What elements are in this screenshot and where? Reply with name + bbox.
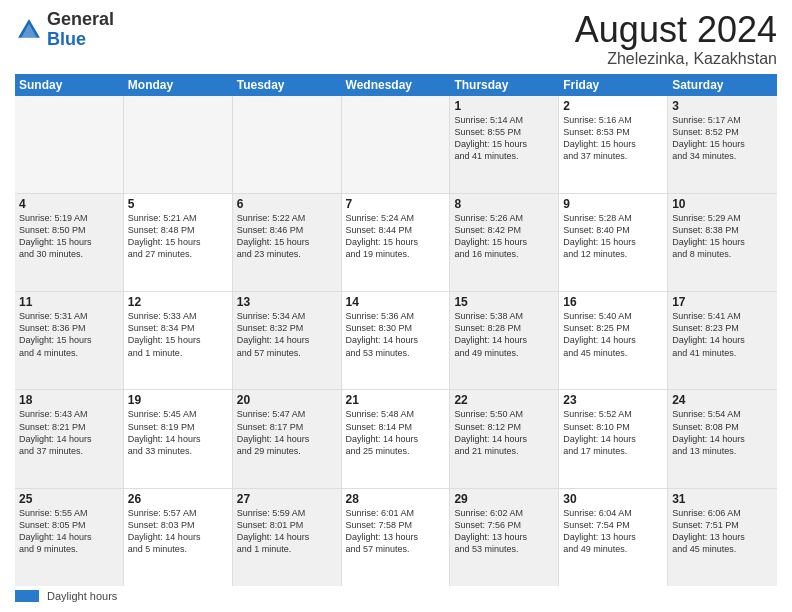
day-number: 17 (672, 295, 773, 309)
day-number: 4 (19, 197, 119, 211)
day-info: Sunrise: 6:02 AM Sunset: 7:56 PM Dayligh… (454, 507, 554, 556)
day-number: 8 (454, 197, 554, 211)
footer: Daylight hours (15, 590, 777, 602)
day-info: Sunrise: 5:28 AM Sunset: 8:40 PM Dayligh… (563, 212, 663, 261)
day-cell-14: 14Sunrise: 5:36 AM Sunset: 8:30 PM Dayli… (342, 292, 451, 389)
day-info: Sunrise: 5:59 AM Sunset: 8:01 PM Dayligh… (237, 507, 337, 556)
day-cell-20: 20Sunrise: 5:47 AM Sunset: 8:17 PM Dayli… (233, 390, 342, 487)
calendar-week-1: 1Sunrise: 5:14 AM Sunset: 8:55 PM Daylig… (15, 96, 777, 194)
day-cell-6: 6Sunrise: 5:22 AM Sunset: 8:46 PM Daylig… (233, 194, 342, 291)
day-info: Sunrise: 5:22 AM Sunset: 8:46 PM Dayligh… (237, 212, 337, 261)
day-number: 14 (346, 295, 446, 309)
day-cell-11: 11Sunrise: 5:31 AM Sunset: 8:36 PM Dayli… (15, 292, 124, 389)
day-header-monday: Monday (124, 74, 233, 96)
day-cell-26: 26Sunrise: 5:57 AM Sunset: 8:03 PM Dayli… (124, 489, 233, 586)
day-number: 20 (237, 393, 337, 407)
day-number: 3 (672, 99, 773, 113)
day-info: Sunrise: 5:38 AM Sunset: 8:28 PM Dayligh… (454, 310, 554, 359)
day-info: Sunrise: 5:19 AM Sunset: 8:50 PM Dayligh… (19, 212, 119, 261)
day-cell-1: 1Sunrise: 5:14 AM Sunset: 8:55 PM Daylig… (450, 96, 559, 193)
day-number: 31 (672, 492, 773, 506)
title-block: August 2024 Zhelezinka, Kazakhstan (575, 10, 777, 68)
day-cell-12: 12Sunrise: 5:33 AM Sunset: 8:34 PM Dayli… (124, 292, 233, 389)
day-info: Sunrise: 5:47 AM Sunset: 8:17 PM Dayligh… (237, 408, 337, 457)
calendar-body: 1Sunrise: 5:14 AM Sunset: 8:55 PM Daylig… (15, 96, 777, 586)
day-number: 26 (128, 492, 228, 506)
day-header-friday: Friday (559, 74, 668, 96)
logo-text: General Blue (47, 10, 114, 50)
day-info: Sunrise: 5:17 AM Sunset: 8:52 PM Dayligh… (672, 114, 773, 163)
day-number: 22 (454, 393, 554, 407)
day-info: Sunrise: 5:26 AM Sunset: 8:42 PM Dayligh… (454, 212, 554, 261)
day-info: Sunrise: 5:33 AM Sunset: 8:34 PM Dayligh… (128, 310, 228, 359)
day-cell-23: 23Sunrise: 5:52 AM Sunset: 8:10 PM Dayli… (559, 390, 668, 487)
daylight-swatch (15, 590, 39, 602)
day-header-tuesday: Tuesday (233, 74, 342, 96)
day-info: Sunrise: 5:52 AM Sunset: 8:10 PM Dayligh… (563, 408, 663, 457)
calendar-week-4: 18Sunrise: 5:43 AM Sunset: 8:21 PM Dayli… (15, 390, 777, 488)
day-number: 13 (237, 295, 337, 309)
day-number: 10 (672, 197, 773, 211)
day-info: Sunrise: 5:14 AM Sunset: 8:55 PM Dayligh… (454, 114, 554, 163)
day-number: 27 (237, 492, 337, 506)
day-info: Sunrise: 5:16 AM Sunset: 8:53 PM Dayligh… (563, 114, 663, 163)
day-number: 18 (19, 393, 119, 407)
day-number: 12 (128, 295, 228, 309)
day-info: Sunrise: 5:41 AM Sunset: 8:23 PM Dayligh… (672, 310, 773, 359)
empty-cell (124, 96, 233, 193)
day-cell-3: 3Sunrise: 5:17 AM Sunset: 8:52 PM Daylig… (668, 96, 777, 193)
calendar: SundayMondayTuesdayWednesdayThursdayFrid… (15, 74, 777, 586)
day-cell-27: 27Sunrise: 5:59 AM Sunset: 8:01 PM Dayli… (233, 489, 342, 586)
day-info: Sunrise: 5:54 AM Sunset: 8:08 PM Dayligh… (672, 408, 773, 457)
day-number: 1 (454, 99, 554, 113)
day-number: 25 (19, 492, 119, 506)
day-number: 9 (563, 197, 663, 211)
empty-cell (15, 96, 124, 193)
day-cell-13: 13Sunrise: 5:34 AM Sunset: 8:32 PM Dayli… (233, 292, 342, 389)
day-cell-5: 5Sunrise: 5:21 AM Sunset: 8:48 PM Daylig… (124, 194, 233, 291)
day-info: Sunrise: 6:04 AM Sunset: 7:54 PM Dayligh… (563, 507, 663, 556)
day-info: Sunrise: 5:36 AM Sunset: 8:30 PM Dayligh… (346, 310, 446, 359)
day-cell-9: 9Sunrise: 5:28 AM Sunset: 8:40 PM Daylig… (559, 194, 668, 291)
day-cell-18: 18Sunrise: 5:43 AM Sunset: 8:21 PM Dayli… (15, 390, 124, 487)
day-info: Sunrise: 5:34 AM Sunset: 8:32 PM Dayligh… (237, 310, 337, 359)
empty-cell (233, 96, 342, 193)
day-number: 2 (563, 99, 663, 113)
day-cell-28: 28Sunrise: 6:01 AM Sunset: 7:58 PM Dayli… (342, 489, 451, 586)
day-number: 15 (454, 295, 554, 309)
logo-general: General (47, 9, 114, 29)
calendar-header: SundayMondayTuesdayWednesdayThursdayFrid… (15, 74, 777, 96)
location: Zhelezinka, Kazakhstan (575, 50, 777, 68)
day-header-saturday: Saturday (668, 74, 777, 96)
day-cell-16: 16Sunrise: 5:40 AM Sunset: 8:25 PM Dayli… (559, 292, 668, 389)
page: General Blue August 2024 Zhelezinka, Kaz… (0, 0, 792, 612)
day-number: 7 (346, 197, 446, 211)
day-cell-31: 31Sunrise: 6:06 AM Sunset: 7:51 PM Dayli… (668, 489, 777, 586)
day-info: Sunrise: 5:50 AM Sunset: 8:12 PM Dayligh… (454, 408, 554, 457)
logo-blue: Blue (47, 29, 86, 49)
header: General Blue August 2024 Zhelezinka, Kaz… (15, 10, 777, 68)
day-info: Sunrise: 6:06 AM Sunset: 7:51 PM Dayligh… (672, 507, 773, 556)
month-year: August 2024 (575, 10, 777, 50)
day-cell-25: 25Sunrise: 5:55 AM Sunset: 8:05 PM Dayli… (15, 489, 124, 586)
day-cell-10: 10Sunrise: 5:29 AM Sunset: 8:38 PM Dayli… (668, 194, 777, 291)
day-cell-30: 30Sunrise: 6:04 AM Sunset: 7:54 PM Dayli… (559, 489, 668, 586)
day-info: Sunrise: 5:24 AM Sunset: 8:44 PM Dayligh… (346, 212, 446, 261)
day-cell-4: 4Sunrise: 5:19 AM Sunset: 8:50 PM Daylig… (15, 194, 124, 291)
calendar-week-5: 25Sunrise: 5:55 AM Sunset: 8:05 PM Dayli… (15, 489, 777, 586)
calendar-week-2: 4Sunrise: 5:19 AM Sunset: 8:50 PM Daylig… (15, 194, 777, 292)
day-number: 11 (19, 295, 119, 309)
day-number: 16 (563, 295, 663, 309)
day-cell-22: 22Sunrise: 5:50 AM Sunset: 8:12 PM Dayli… (450, 390, 559, 487)
logo: General Blue (15, 10, 114, 50)
day-cell-7: 7Sunrise: 5:24 AM Sunset: 8:44 PM Daylig… (342, 194, 451, 291)
day-cell-29: 29Sunrise: 6:02 AM Sunset: 7:56 PM Dayli… (450, 489, 559, 586)
day-info: Sunrise: 5:29 AM Sunset: 8:38 PM Dayligh… (672, 212, 773, 261)
day-header-thursday: Thursday (450, 74, 559, 96)
day-cell-19: 19Sunrise: 5:45 AM Sunset: 8:19 PM Dayli… (124, 390, 233, 487)
day-cell-24: 24Sunrise: 5:54 AM Sunset: 8:08 PM Dayli… (668, 390, 777, 487)
day-info: Sunrise: 5:31 AM Sunset: 8:36 PM Dayligh… (19, 310, 119, 359)
day-info: Sunrise: 5:45 AM Sunset: 8:19 PM Dayligh… (128, 408, 228, 457)
day-info: Sunrise: 5:57 AM Sunset: 8:03 PM Dayligh… (128, 507, 228, 556)
day-number: 30 (563, 492, 663, 506)
